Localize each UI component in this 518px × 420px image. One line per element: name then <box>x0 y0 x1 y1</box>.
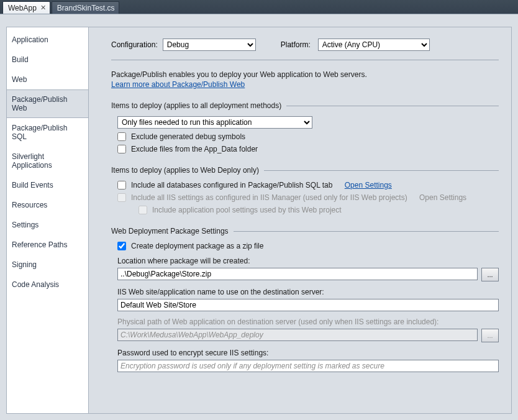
section-web-deployment-package: Web Deployment Package Settings <box>111 227 499 235</box>
encryption-password-input[interactable] <box>117 360 499 372</box>
document-tab-label: WebApp <box>8 4 37 12</box>
document-tab-strip: WebApp ✕ BrandSkinTest.cs <box>0 0 518 14</box>
sidebar-item-resources[interactable]: Resources <box>7 195 88 215</box>
configuration-label: Configuration: <box>111 40 158 49</box>
physical-path-browse-button: ... <box>481 329 499 342</box>
section-title: Items to deploy (applies to Web Deploy o… <box>111 166 259 175</box>
intro-text: Package/Publish enables you to deploy yo… <box>111 70 499 79</box>
exclude-debug-symbols-label: Exclude generated debug symbols <box>131 132 245 141</box>
include-iis-settings-checkbox <box>117 193 126 202</box>
document-tab-label: BrandSkinTest.cs <box>57 4 115 12</box>
sidebar-item-code-analysis[interactable]: Code Analysis <box>7 275 88 294</box>
include-databases-checkbox[interactable] <box>117 181 126 189</box>
open-settings-sql-link[interactable]: Open Settings <box>345 181 392 189</box>
open-settings-iis-link: Open Settings <box>419 193 466 202</box>
sidebar-item-build-events[interactable]: Build Events <box>7 175 88 195</box>
iis-site-name-input[interactable] <box>117 299 499 311</box>
physical-path-input <box>117 329 478 341</box>
section-title: Items to deploy (applies to all deployme… <box>111 101 281 110</box>
include-iis-settings-label: Include all IIS settings as configured i… <box>131 193 407 202</box>
exclude-debug-symbols-checkbox[interactable] <box>117 132 126 141</box>
section-items-all-methods: Items to deploy (applies to all deployme… <box>111 101 499 110</box>
package-location-label: Location where package will be created: <box>117 257 499 265</box>
create-zip-label: Create deployment package as a zip file <box>131 242 263 250</box>
package-location-browse-button[interactable]: ... <box>481 268 499 281</box>
create-zip-checkbox[interactable] <box>117 242 126 250</box>
divider <box>111 60 499 60</box>
platform-select[interactable]: Active (Any CPU) <box>318 39 430 51</box>
include-apppool-checkbox <box>139 206 147 214</box>
project-properties-page: Application Build Web Package/Publish We… <box>0 14 518 420</box>
close-icon[interactable]: ✕ <box>40 4 46 12</box>
platform-label: Platform: <box>281 40 311 49</box>
sidebar-item-web[interactable]: Web <box>7 70 88 89</box>
sidebar-item-reference-paths[interactable]: Reference Paths <box>7 235 88 255</box>
properties-sidebar: Application Build Web Package/Publish We… <box>6 27 88 414</box>
document-tab-brandskintest[interactable]: BrandSkinTest.cs <box>52 1 119 14</box>
sidebar-item-silverlight-applications[interactable]: Silverlight Applications <box>7 147 88 175</box>
properties-content: Configuration: Debug Platform: Active (A… <box>88 27 512 414</box>
sidebar-item-package-publish-web[interactable]: Package/Publish Web <box>7 89 89 118</box>
project-properties-panel: Application Build Web Package/Publish We… <box>6 27 512 414</box>
sidebar-item-package-publish-sql[interactable]: Package/Publish SQL <box>7 118 88 147</box>
sidebar-item-build[interactable]: Build <box>7 50 88 70</box>
document-tab-webapp[interactable]: WebApp ✕ <box>2 1 50 14</box>
section-title: Web Deployment Package Settings <box>111 227 229 235</box>
sidebar-item-application[interactable]: Application <box>7 30 88 50</box>
encryption-password-label: Password used to encrypt secure IIS sett… <box>117 349 499 357</box>
sidebar-item-settings[interactable]: Settings <box>7 215 88 235</box>
section-items-web-deploy: Items to deploy (applies to Web Deploy o… <box>111 166 499 175</box>
include-databases-label: Include all databases configured in Pack… <box>131 181 332 189</box>
config-platform-row: Configuration: Debug Platform: Active (A… <box>111 39 499 51</box>
iis-site-name-label: IIS Web site/application name to use on … <box>117 288 499 296</box>
learn-more-link[interactable]: Learn more about Package/Publish Web <box>111 80 245 89</box>
exclude-appdata-label: Exclude files from the App_Data folder <box>131 145 258 153</box>
include-apppool-label: Include application pool settings used b… <box>152 206 342 214</box>
exclude-appdata-checkbox[interactable] <box>117 145 126 153</box>
sidebar-item-signing[interactable]: Signing <box>7 255 88 275</box>
configuration-select[interactable]: Debug <box>163 39 256 51</box>
items-to-deploy-select[interactable]: Only files needed to run this applicatio… <box>117 116 312 129</box>
physical-path-label: Physical path of Web application on dest… <box>117 317 499 326</box>
package-location-input[interactable] <box>117 268 478 280</box>
